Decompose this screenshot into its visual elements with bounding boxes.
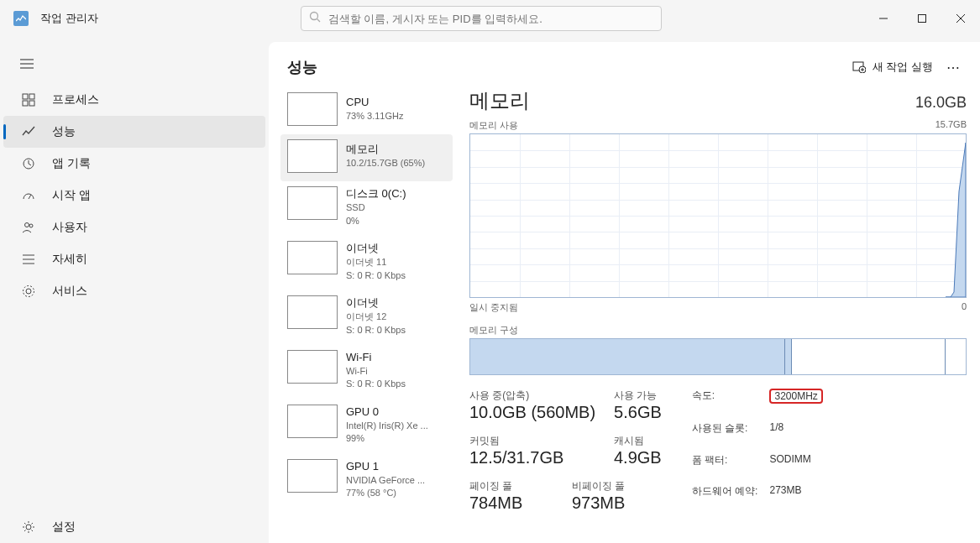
gear-icon	[20, 285, 37, 298]
sidebar-item-performance[interactable]: 성능	[3, 116, 265, 148]
sidebar-item-details[interactable]: 자세히	[3, 243, 265, 275]
sidebar-item-services[interactable]: 서비스	[3, 275, 265, 307]
resource-sub2: S: 0 R: 0 Kbps	[346, 378, 406, 390]
svg-rect-12	[29, 101, 34, 106]
search-icon	[309, 11, 321, 26]
stat-value-paged: 784MB	[469, 493, 553, 513]
close-button[interactable]	[941, 0, 980, 37]
stat-label-paged: 페이징 풀	[469, 479, 553, 493]
resource-sub: Intel(R) Iris(R) Xe ...	[346, 420, 428, 432]
resource-name: Wi-Fi	[346, 350, 406, 365]
svg-rect-3	[919, 15, 926, 23]
more-button[interactable]: ⋯	[946, 60, 962, 76]
resource-thumb	[287, 405, 338, 438]
chart-footer-left: 일시 중지됨	[469, 301, 518, 314]
app-title: 작업 관리자	[40, 11, 98, 26]
stat-value-nonpaged: 973MB	[572, 493, 625, 513]
usage-chart-max: 15.7GB	[935, 119, 967, 132]
sidebar-item-users[interactable]: 사용자	[3, 211, 265, 243]
stat-label-available: 사용 가능	[614, 389, 662, 403]
stat-value-cached: 4.9GB	[614, 448, 662, 467]
stat-value-committed: 12.5/31.7GB	[469, 448, 595, 467]
svg-point-16	[29, 224, 33, 227]
sidebar-item-label: 시작 앱	[52, 188, 91, 203]
resource-item-wifi[interactable]: Wi-FiWi-FiS: 0 R: 0 Kbps	[280, 345, 453, 399]
page-title: 성능	[287, 57, 317, 77]
sidebar-item-settings[interactable]: 설정	[3, 511, 265, 543]
list-icon	[20, 253, 37, 266]
memory-composition-bar[interactable]	[469, 338, 967, 375]
minimize-button[interactable]	[864, 0, 903, 37]
kv-label-form: 폼 팩터:	[692, 453, 758, 482]
kv-label-speed: 속도:	[692, 389, 758, 418]
chart-footer-right: 0	[962, 301, 967, 314]
new-task-icon	[852, 60, 866, 76]
settings-icon	[20, 520, 37, 534]
stat-label-inuse: 사용 중(압축)	[469, 389, 595, 403]
new-task-button[interactable]: 새 작업 실행	[852, 60, 933, 76]
kv-label-reserved: 하드웨어 예약:	[692, 484, 758, 513]
resource-sub2: 77% (58 °C)	[346, 487, 425, 499]
resource-thumb	[287, 459, 338, 493]
resource-name: CPU	[346, 95, 403, 110]
resource-name: GPU 1	[346, 459, 425, 474]
composition-label: 메모리 구성	[469, 324, 967, 337]
resource-name: GPU 0	[346, 405, 428, 420]
resource-item-memory[interactable]: 메모리10.2/15.7GB (65%)	[280, 134, 453, 181]
users-icon	[20, 221, 37, 234]
resource-item-ethernet-2[interactable]: 이더넷이더넷 12S: 0 R: 0 Kbps	[280, 290, 453, 345]
sidebar-item-label: 자세히	[52, 252, 87, 267]
resource-sub: 73% 3.11GHz	[346, 110, 403, 123]
svg-rect-11	[23, 101, 28, 106]
resource-thumb	[287, 295, 338, 329]
sidebar-item-label: 사용자	[52, 220, 87, 235]
kv-label-slots: 사용된 슬롯:	[692, 421, 758, 450]
new-task-label: 새 작업 실행	[873, 60, 933, 75]
resource-sub: 10.2/15.7GB (65%)	[346, 157, 425, 170]
resource-name: 이더넷	[346, 295, 406, 311]
history-icon	[20, 157, 37, 170]
memory-usage-chart[interactable]	[469, 133, 967, 298]
resource-sub: 이더넷 12	[346, 311, 406, 323]
svg-point-15	[25, 223, 29, 227]
resource-sub: Wi-Fi	[346, 365, 406, 378]
resource-sub2: 0%	[346, 215, 406, 227]
sidebar-item-app-history[interactable]: 앱 기록	[3, 148, 265, 180]
nav-toggle-button[interactable]	[17, 54, 37, 74]
memory-spec-table: 속도:3200MHz 사용된 슬롯:1/8 폼 팩터:SODIMM 하드웨어 예…	[692, 389, 823, 513]
resource-thumb	[287, 186, 338, 220]
stat-label-nonpaged: 비페이징 풀	[572, 479, 625, 493]
app-icon	[13, 11, 29, 26]
detail-total: 16.0GB	[915, 94, 967, 112]
search-input[interactable]	[301, 6, 662, 31]
resource-item-gpu-0[interactable]: GPU 0Intel(R) Iris(R) Xe ...99%	[280, 399, 453, 454]
resource-item-ethernet-1[interactable]: 이더넷이더넷 11S: 0 R: 0 Kbps	[280, 236, 453, 290]
sidebar-item-label: 성능	[52, 124, 76, 139]
titlebar: 작업 관리자	[0, 0, 980, 37]
sidebar-item-label: 프로세스	[52, 92, 99, 107]
sidebar-item-label: 설정	[52, 520, 76, 535]
sidebar-item-startup[interactable]: 시작 앱	[3, 180, 265, 211]
resource-sub: SSD	[346, 201, 406, 214]
svg-point-20	[26, 289, 31, 294]
resource-name: 메모리	[346, 142, 425, 157]
resource-item-disk-0[interactable]: 디스크 0(C:)SSD0%	[280, 181, 453, 236]
main-panel: 성능 새 작업 실행 ⋯ CPU73% 3.11GHz 메모리10.2/15.7…	[269, 42, 980, 543]
svg-marker-27	[946, 143, 966, 297]
sidebar: 프로세스 성능 앱 기록 시작 앱 사용자 자세히 서비스 설정	[0, 37, 269, 543]
resource-sub: NVIDIA GeForce ...	[346, 474, 425, 487]
resource-name: 이더넷	[346, 241, 406, 256]
resource-sub2: 99%	[346, 432, 428, 445]
resource-list: CPU73% 3.11GHz 메모리10.2/15.7GB (65%) 디스크 …	[280, 87, 453, 530]
resource-thumb	[287, 350, 338, 384]
grid-icon	[20, 93, 37, 107]
kv-value-form: SODIMM	[769, 453, 822, 482]
sidebar-item-processes[interactable]: 프로세스	[3, 84, 265, 116]
detail-title: 메모리	[469, 87, 530, 114]
resource-sub2: S: 0 R: 0 Kbps	[346, 269, 406, 282]
resource-item-cpu[interactable]: CPU73% 3.11GHz	[280, 87, 453, 134]
resource-item-gpu-1[interactable]: GPU 1NVIDIA GeForce ...77% (58 °C)	[280, 454, 453, 509]
maximize-button[interactable]	[903, 0, 941, 37]
svg-point-21	[24, 286, 34, 297]
kv-value-speed: 3200MHz	[769, 389, 822, 404]
